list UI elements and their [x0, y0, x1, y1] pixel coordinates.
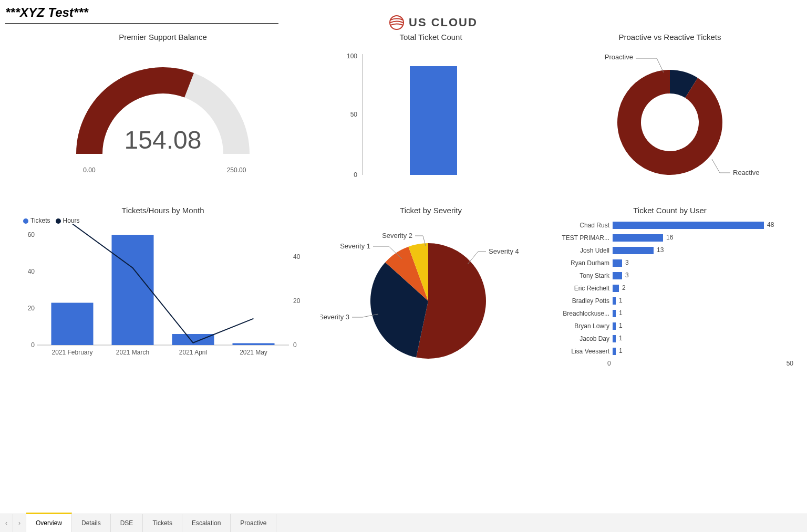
- svg-text:2021 May: 2021 May: [240, 349, 267, 356]
- user-bar: [613, 247, 654, 254]
- user-label: Bryan Lowry: [552, 322, 613, 330]
- tile-title: Tickets/Hours by Month: [11, 206, 315, 215]
- total-bar: [410, 66, 457, 175]
- user-label: Ryan Durham: [552, 259, 613, 267]
- gauge-value: 154.08: [125, 126, 202, 154]
- tab-escalation[interactable]: Escalation: [182, 514, 231, 532]
- user-value: 48: [767, 221, 774, 228]
- users-x-axis: 0 50: [546, 360, 793, 367]
- report-header: ***XYZ Test*** US CLOUD: [0, 0, 807, 24]
- user-value: 3: [625, 259, 629, 266]
- tile-premier-support-balance[interactable]: Premier Support Balance 154.08 0.00 250.…: [11, 29, 315, 203]
- tile-title: Proactive vs Reactive Tickets: [546, 33, 793, 41]
- pie-label-s1: Severity 1: [340, 242, 370, 250]
- tile-total-ticket-count[interactable]: Total Ticket Count 0 50 100: [315, 29, 546, 203]
- globe-icon: [389, 15, 405, 30]
- user-bar: [613, 272, 622, 279]
- user-bar-row: Jacob Day1: [552, 332, 778, 345]
- user-value: 1: [619, 297, 623, 304]
- user-bar: [613, 297, 616, 305]
- user-label: Chad Rust: [552, 222, 613, 229]
- pie-chart: Severity 4 Severity 3 Severity 1 Severit…: [320, 217, 541, 369]
- user-label: Jacob Day: [552, 335, 613, 342]
- user-bar: [613, 310, 616, 317]
- report-canvas: ***XYZ Test*** US CLOUD Premier Support …: [0, 0, 807, 532]
- svg-text:60: 60: [28, 231, 35, 238]
- svg-text:0: 0: [354, 171, 357, 179]
- tile-title: Ticket by Severity: [315, 206, 546, 215]
- user-value: 1: [619, 347, 623, 354]
- svg-text:0: 0: [31, 341, 35, 349]
- user-label: Josh Udell: [552, 247, 613, 254]
- svg-text:40: 40: [293, 253, 301, 260]
- user-label: Bradley Potts: [552, 297, 613, 305]
- total-bar-chart: 0 50 100: [331, 44, 531, 191]
- svg-text:40: 40: [28, 268, 35, 275]
- tile-proactive-reactive[interactable]: Proactive vs Reactive Tickets Proactive …: [546, 29, 793, 203]
- user-label: Tony Stark: [552, 272, 613, 279]
- tile-ticket-severity[interactable]: Ticket by Severity Severity 4 Severity 3…: [315, 203, 546, 376]
- pie-label-s4: Severity 4: [489, 247, 519, 255]
- user-value: 1: [619, 335, 623, 342]
- user-bar: [613, 234, 663, 242]
- user-bar-row: Lisa Veesaert1: [552, 345, 778, 358]
- visual-grid: Premier Support Balance 154.08 0.00 250.…: [0, 24, 807, 376]
- user-label: TEST PRIMAR...: [552, 234, 613, 242]
- user-bar: [613, 222, 764, 229]
- combo-legend: Tickets Hours: [11, 217, 315, 224]
- users-bars: Chad Rust48TEST PRIMAR...16Josh Udell13R…: [546, 217, 793, 358]
- user-bar: [613, 335, 616, 342]
- user-bar: [613, 259, 622, 267]
- user-value: 13: [657, 246, 664, 254]
- user-bar-row: Ryan Durham3: [552, 257, 778, 269]
- pie-label-s2: Severity 2: [382, 232, 412, 239]
- user-value: 3: [625, 272, 629, 279]
- page-tab-bar: ‹ › Overview Details DSE Tickets Escalat…: [0, 514, 807, 532]
- tile-ticket-count-user[interactable]: Ticket Count by User Chad Rust48TEST PRI…: [546, 203, 793, 376]
- legend-dot-hours: [56, 218, 61, 224]
- donut-chart: Proactive Reactive: [570, 44, 770, 191]
- user-bar-row: Bryan Lowry1: [552, 320, 778, 332]
- svg-text:2021 February: 2021 February: [51, 349, 92, 356]
- tab-overview[interactable]: Overview: [26, 513, 72, 532]
- user-label: Lisa Veesaert: [552, 348, 613, 355]
- tab-dse[interactable]: DSE: [111, 514, 143, 532]
- user-bar-row: TEST PRIMAR...16: [552, 232, 778, 244]
- svg-text:100: 100: [347, 53, 357, 60]
- tile-tickets-hours-month[interactable]: Tickets/Hours by Month Tickets Hours 020…: [11, 203, 315, 376]
- tab-next-button[interactable]: ›: [13, 514, 26, 532]
- pie-label-s3: Severity 3: [320, 313, 349, 321]
- brand-logo: US CLOUD: [389, 15, 478, 30]
- tab-proactive[interactable]: Proactive: [231, 514, 276, 532]
- donut-label-reactive: Reactive: [733, 169, 760, 176]
- svg-text:20: 20: [28, 305, 35, 312]
- svg-text:2021 March: 2021 March: [116, 349, 149, 356]
- brand-text: US CLOUD: [409, 16, 478, 29]
- gauge-min: 0.00: [83, 166, 96, 174]
- user-bar: [613, 348, 616, 355]
- tab-tickets[interactable]: Tickets: [143, 514, 182, 532]
- user-bar-row: Eric Reichelt2: [552, 282, 778, 295]
- svg-text:2021 April: 2021 April: [179, 349, 207, 356]
- svg-rect-13: [51, 303, 94, 346]
- user-bar-row: Breachlockuse...1: [552, 307, 778, 320]
- tile-title: Ticket Count by User: [546, 206, 793, 215]
- user-bar-row: Tony Stark3: [552, 269, 778, 282]
- svg-text:50: 50: [350, 111, 358, 118]
- user-value: 1: [619, 309, 623, 317]
- svg-text:20: 20: [293, 297, 301, 305]
- tab-prev-button[interactable]: ‹: [0, 514, 13, 532]
- user-label: Eric Reichelt: [552, 285, 613, 292]
- svg-point-0: [390, 16, 404, 29]
- user-bar-row: Bradley Potts1: [552, 295, 778, 307]
- legend-dot-tickets: [23, 218, 28, 224]
- tile-title: Premier Support Balance: [11, 33, 315, 41]
- gauge-max: 250.00: [227, 166, 246, 174]
- svg-rect-19: [233, 343, 275, 346]
- user-value: 16: [666, 234, 673, 241]
- svg-text:0: 0: [293, 341, 297, 349]
- user-bar: [613, 285, 619, 292]
- tab-details[interactable]: Details: [72, 514, 111, 532]
- tile-title: Total Ticket Count: [315, 33, 546, 41]
- svg-rect-15: [112, 235, 154, 345]
